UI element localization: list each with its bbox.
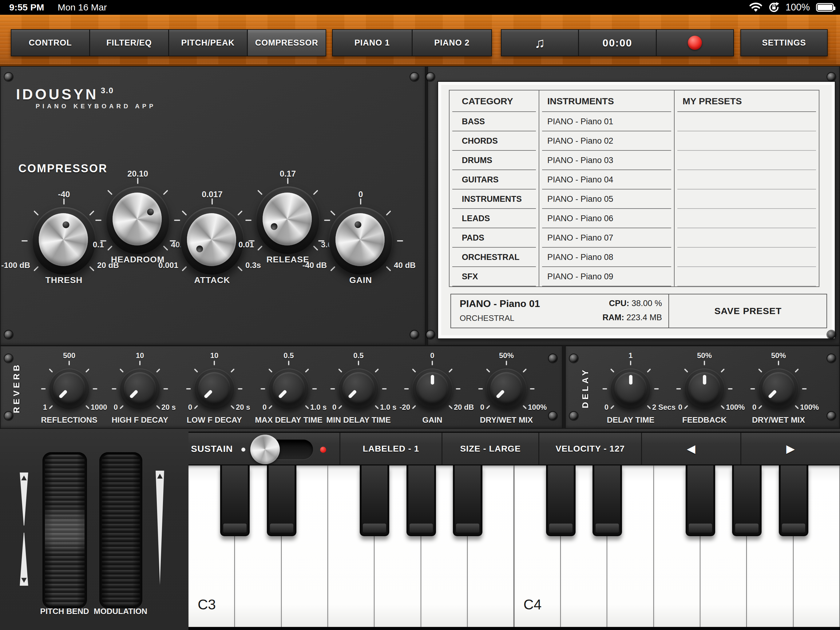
status-date: Mon 16 Mar [57, 2, 107, 13]
music-note-button[interactable]: ♫ [502, 30, 578, 56]
tick-mark [194, 369, 198, 372]
instrument-piano-piano-02[interactable]: PIANO - Piano 02 [539, 131, 674, 151]
save-preset-button[interactable]: SAVE PRESET [669, 294, 826, 328]
sustain-cell: SUSTAIN [188, 433, 339, 464]
category-drums[interactable]: DRUMS [450, 151, 539, 170]
knob-cap [416, 372, 448, 404]
category-sfx[interactable]: SFX [450, 267, 539, 287]
knob-name-label: DELAY TIME [587, 415, 674, 425]
knob-cap [688, 372, 720, 404]
black-key[interactable] [267, 465, 297, 536]
instrument-piano-piano-09[interactable]: PIANO - Piano 09 [539, 267, 674, 287]
knob-indicator-wrap [615, 372, 647, 404]
knob-cap [273, 372, 305, 404]
option-size-large[interactable]: SIZE - LARGE [442, 433, 538, 464]
tick-mark [305, 369, 309, 372]
tick-mark [375, 369, 379, 372]
knob-max-label: 100% [800, 403, 840, 412]
category-leads[interactable]: LEADS [450, 209, 539, 228]
tick-mark [704, 361, 705, 366]
sustain-toggle-knob [250, 435, 280, 464]
tick-mark [313, 190, 318, 195]
release-knob[interactable] [256, 187, 320, 254]
status-right: 100% [749, 0, 834, 15]
black-key[interactable] [779, 465, 808, 536]
keyboard-info-cells: LABELED - 1SIZE - LARGEVELOCITY - 127 [339, 433, 641, 464]
dry-wet-mix-knob[interactable] [758, 369, 799, 409]
tab-compressor[interactable]: COMPRESSOR [247, 30, 325, 56]
screw [411, 73, 418, 81]
tab-piano-2[interactable]: PIANO 2 [412, 30, 492, 56]
knob-name-label: ATTACK [169, 275, 255, 285]
category-guitars[interactable]: GUITARS [450, 170, 539, 190]
headroom-knob[interactable] [106, 187, 170, 254]
black-key-lip [735, 524, 758, 533]
category-pads[interactable]: PADS [450, 228, 539, 248]
knob-cap [124, 372, 156, 404]
tick-mark [382, 388, 387, 389]
preset-info-bar: PIANO - Piano 01 ORCHESTRAL CPU: 38.00 %… [450, 294, 827, 328]
black-key[interactable] [406, 465, 436, 536]
black-key[interactable] [453, 465, 482, 536]
octave-right-button[interactable]: ▶ [741, 433, 840, 464]
tab-pitch-peak[interactable]: PITCH/PEAK [168, 30, 247, 56]
black-key[interactable] [592, 465, 622, 536]
app-root: 9:55 PM Mon 16 Mar 100% [0, 0, 840, 630]
dry-wet-mix-knob[interactable] [486, 369, 527, 409]
tick-mark [41, 388, 46, 389]
clock: 9:55 PM [9, 2, 44, 13]
knob-value-label: 0.5 [328, 351, 389, 360]
pitch-bend-wheel[interactable] [43, 452, 87, 608]
tab-filter-eq[interactable]: FILTER/EQ [89, 30, 168, 56]
tick-mark [478, 388, 483, 389]
black-key[interactable] [686, 465, 715, 536]
instrument-piano-piano-01[interactable]: PIANO - Piano 01 [539, 112, 674, 131]
modulation-wheel[interactable] [99, 452, 142, 608]
tick-mark [22, 240, 28, 242]
knob-max-label: 100% [528, 403, 571, 412]
tab-control[interactable]: CONTROL [11, 30, 89, 56]
instrument-piano-piano-06[interactable]: PIANO - Piano 06 [539, 209, 674, 228]
category-chords[interactable]: CHORDS [450, 131, 539, 151]
instrument-piano-piano-07[interactable]: PIANO - Piano 07 [539, 228, 674, 248]
black-key[interactable] [546, 465, 576, 536]
tick-mark [288, 361, 289, 366]
octave-left-button[interactable]: ◀ [641, 433, 741, 464]
gain-knob[interactable] [329, 207, 393, 275]
knob-indicator-line [629, 375, 632, 385]
screw [5, 412, 13, 420]
instrument-piano-piano-08[interactable]: PIANO - Piano 08 [539, 248, 674, 267]
category-instruments[interactable]: INSTRUMENTS [450, 190, 539, 209]
tab-piano-1[interactable]: PIANO 1 [333, 30, 412, 56]
knob-name-label: DRY/WET MIX [463, 415, 549, 425]
option-velocity-127[interactable]: VELOCITY - 127 [538, 433, 641, 464]
knob-name-label: FEEDBACK [662, 415, 747, 425]
knob-name-label: THRESH [21, 275, 107, 285]
knob-indicator-wrap [103, 185, 172, 253]
knob-min-label: 0 [149, 403, 192, 412]
modulation-wheel-surface [102, 455, 140, 606]
black-key[interactable] [220, 465, 249, 536]
black-key-lip [270, 524, 293, 533]
instrument-piano-piano-04[interactable]: PIANO - Piano 04 [539, 170, 674, 190]
settings-button[interactable]: SETTINGS [741, 30, 827, 56]
black-key[interactable] [732, 465, 762, 536]
black-key[interactable] [360, 465, 389, 536]
knob-value-label: 0.17 [254, 169, 322, 179]
tick-mark [63, 198, 65, 204]
instrument-piano-piano-03[interactable]: PIANO - Piano 03 [539, 151, 674, 170]
category-orchestral[interactable]: ORCHESTRAL [450, 248, 539, 267]
wifi-icon [749, 2, 762, 12]
tick-mark [758, 369, 762, 372]
pitch-bend-wheel-surface [45, 455, 85, 606]
tick-mark [397, 240, 403, 242]
instrument-piano-piano-05[interactable]: PIANO - Piano 05 [539, 190, 674, 209]
knob-value-label: 10 [183, 351, 245, 360]
category-bass[interactable]: BASS [450, 112, 539, 131]
record-button[interactable] [656, 30, 733, 56]
sustain-toggle[interactable] [251, 440, 313, 459]
screw [5, 355, 13, 362]
tick-mark [795, 405, 799, 409]
option-labeled-1[interactable]: LABELED - 1 [339, 433, 442, 464]
knob-value-label: 0 [327, 190, 395, 199]
